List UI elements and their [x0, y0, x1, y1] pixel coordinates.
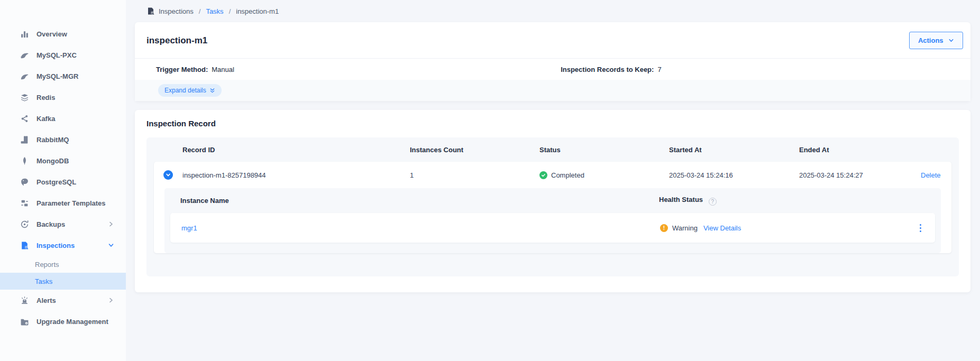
collapse-row-toggle[interactable] — [163, 170, 173, 180]
sidebar-item-mysql-pxc[interactable]: MySQL-PXC — [0, 44, 126, 66]
col-record-id: Record ID — [182, 146, 410, 154]
field-value: 7 — [657, 66, 661, 73]
sidebar-item-label: PostgreSQL — [36, 177, 114, 187]
mysql-dolphin-icon — [20, 72, 29, 81]
sidebar-item-label: Backups — [36, 219, 100, 229]
record-table-header: Record ID Instances Count Status Started… — [154, 137, 951, 162]
sidebar-item-label: MySQL-MGR — [36, 71, 114, 81]
sidebar-item-label: MongoDB — [36, 156, 114, 166]
sidebar-item-upgrade-management[interactable]: Upgrade Management — [0, 311, 126, 332]
instance-table-header: Instance Name Health Status ? — [170, 188, 935, 213]
redis-layers-icon — [20, 93, 29, 102]
sidebar-item-backups[interactable]: Backups — [0, 214, 126, 235]
started-at-cell: 2025-03-24 15:24:16 — [669, 171, 799, 179]
view-details-link[interactable]: View Details — [703, 224, 741, 232]
sidebar-item-label: Redis — [36, 92, 114, 103]
col-status: Status — [539, 146, 669, 154]
chevron-right-icon — [108, 297, 114, 303]
sidebar-item-redis[interactable]: Redis — [0, 87, 126, 108]
main-content: Inspections / Tasks / inspection-m1 insp… — [126, 0, 980, 361]
kebab-menu-icon[interactable] — [918, 222, 923, 234]
col-health-status-label: Health Status — [659, 196, 703, 203]
sidebar-item-inspections[interactable]: Inspections — [0, 235, 126, 256]
health-status-badge: Warning — [672, 224, 698, 232]
breadcrumb-separator: / — [229, 7, 231, 15]
completed-check-icon — [539, 171, 547, 179]
breadcrumb-current: inspection-m1 — [236, 7, 279, 15]
sidebar-item-label: Alerts — [36, 295, 100, 306]
kafka-nodes-icon — [20, 114, 29, 123]
page-title: inspection-m1 — [146, 35, 207, 46]
sidebar-item-alerts[interactable]: Alerts — [0, 290, 126, 311]
breadcrumb: Inspections / Tasks / inspection-m1 — [135, 0, 970, 22]
sidebar-item-overview[interactable]: Overview — [0, 23, 126, 44]
sidebar-item-parameter-templates[interactable]: Parameter Templates — [0, 192, 126, 214]
warning-icon: ! — [660, 224, 668, 232]
instance-detail-panel: Instance Name Health Status ? mgr1 ! War… — [164, 188, 941, 253]
sidebar-item-rabbitmq[interactable]: RabbitMQ — [0, 129, 126, 150]
rabbitmq-icon — [20, 135, 29, 144]
chevron-down-icon — [948, 38, 954, 43]
breadcrumb-tasks-link[interactable]: Tasks — [206, 7, 223, 15]
actions-button[interactable]: Actions — [909, 32, 963, 49]
sidebar-item-label: MySQL-PXC — [36, 50, 114, 60]
record-table: Record ID Instances Count Status Started… — [146, 137, 959, 276]
sidebar-item-label: Inspections — [36, 240, 100, 251]
chevron-right-icon — [108, 221, 114, 227]
actions-button-label: Actions — [918, 36, 944, 44]
inspections-icon — [20, 241, 29, 250]
status-badge: Completed — [551, 171, 584, 179]
sidebar-item-postgresql[interactable]: PostgreSQL — [0, 171, 126, 192]
field-label: Inspection Records to Keep: — [561, 66, 654, 73]
delete-button[interactable]: Delete — [921, 171, 941, 179]
breadcrumb-separator: / — [199, 7, 201, 15]
col-started-at: Started At — [669, 146, 799, 154]
sidebar-item-label: Parameter Templates — [36, 198, 114, 208]
help-icon[interactable]: ? — [709, 198, 717, 206]
col-health-status: Health Status ? — [659, 196, 717, 206]
field-label: Trigger Method: — [156, 66, 208, 73]
sidebar: Overview MySQL-PXC MySQL-MGR Redis Kafka… — [0, 0, 126, 361]
field-value: Manual — [212, 66, 234, 73]
chevron-down-icon — [108, 242, 114, 248]
task-summary-fields: Trigger Method: Manual Inspection Record… — [135, 59, 970, 80]
inspection-doc-icon — [146, 7, 155, 15]
sidebar-item-label: Upgrade Management — [36, 317, 114, 327]
col-instances-count: Instances Count — [410, 146, 539, 154]
sidebar-item-kafka[interactable]: Kafka — [0, 108, 126, 129]
sidebar-item-mongodb[interactable]: MongoDB — [0, 150, 126, 171]
task-header-card: inspection-m1 Actions Trigger Method: Ma… — [135, 22, 970, 101]
backups-icon — [20, 220, 29, 229]
records-to-keep-field: Inspection Records to Keep: 7 — [561, 66, 661, 73]
instance-name-link[interactable]: mgr1 — [181, 224, 660, 232]
status-cell: Completed — [539, 171, 669, 179]
sidebar-item-label: Kafka — [36, 114, 114, 124]
breadcrumb-inspections[interactable]: Inspections — [159, 7, 194, 15]
expand-details-band: Expand details — [135, 80, 970, 101]
instances-count-cell: 1 — [410, 171, 539, 179]
inspection-record-card: Inspection Record Record ID Instances Co… — [135, 110, 970, 292]
sidebar-subitem-label: Reports — [35, 261, 59, 269]
health-status-cell: ! Warning View Details — [660, 224, 741, 232]
record-id-cell: inspection-m1-8257198944 — [182, 171, 410, 179]
upgrade-management-icon — [20, 317, 29, 326]
sidebar-item-mysql-mgr[interactable]: MySQL-MGR — [0, 66, 126, 87]
sidebar-item-reports[interactable]: Reports — [0, 256, 126, 273]
ended-at-cell: 2025-03-24 15:24:27 — [799, 171, 921, 179]
sidebar-item-tasks[interactable]: Tasks — [0, 273, 126, 290]
expand-details-label: Expand details — [164, 87, 206, 94]
sidebar-item-label: Overview — [36, 29, 114, 39]
col-ended-at: Ended At — [799, 146, 921, 154]
overview-bar-chart-icon — [20, 30, 29, 39]
table-row: inspection-m1-8257198944 1 Completed 202… — [154, 162, 951, 188]
expand-details-button[interactable]: Expand details — [158, 84, 222, 97]
sidebar-subitem-label: Tasks — [35, 277, 52, 285]
sidebar-item-label: RabbitMQ — [36, 135, 114, 145]
col-instance-name: Instance Name — [180, 197, 659, 205]
parameter-templates-icon — [20, 199, 29, 208]
alerts-icon — [20, 296, 29, 305]
double-chevron-down-icon — [209, 88, 215, 94]
instance-row: mgr1 ! Warning View Details — [170, 213, 935, 243]
section-title: Inspection Record — [146, 119, 959, 128]
chevron-down-icon — [166, 172, 171, 178]
